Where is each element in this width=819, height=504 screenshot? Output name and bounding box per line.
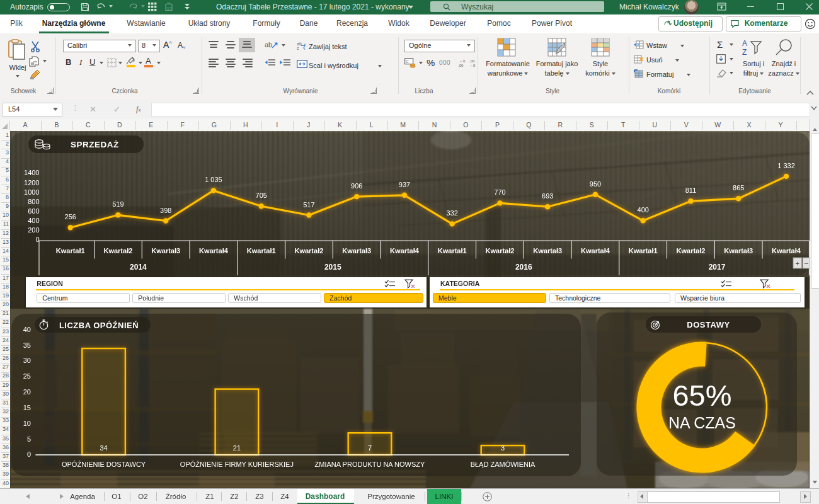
- svg-text:3: 3: [501, 444, 505, 452]
- svg-text:937: 937: [399, 181, 410, 188]
- svg-text:1400: 1400: [24, 169, 39, 176]
- svg-text:2014: 2014: [130, 263, 147, 272]
- svg-text:2016: 2016: [515, 263, 532, 272]
- svg-text:20: 20: [23, 388, 31, 396]
- svg-text:35: 35: [23, 341, 31, 349]
- svg-text:865: 865: [733, 184, 744, 192]
- svg-text:256: 256: [65, 213, 76, 220]
- svg-text:OPÓŹNIENIE DOSTAWCY: OPÓŹNIENIE DOSTAWCY: [62, 461, 146, 468]
- svg-text:ab: ab: [297, 42, 302, 46]
- svg-text:398: 398: [160, 207, 171, 214]
- svg-text:1 035: 1 035: [205, 176, 222, 183]
- svg-text:400: 400: [28, 217, 39, 224]
- svg-text:Kwartał4: Kwartał4: [199, 247, 229, 255]
- svg-text:+: +: [795, 260, 799, 267]
- svg-text:950: 950: [590, 180, 601, 188]
- svg-text:Kwartał2: Kwartał2: [486, 247, 515, 255]
- svg-text:Kwartał3: Kwartał3: [342, 247, 371, 255]
- svg-text:Kwartał4: Kwartał4: [772, 247, 801, 255]
- svg-text:906: 906: [351, 182, 362, 190]
- svg-text:2017: 2017: [709, 263, 726, 272]
- svg-text:34: 34: [100, 444, 107, 452]
- svg-text:705: 705: [256, 192, 267, 199]
- svg-text:600: 600: [28, 207, 39, 215]
- svg-text:40: 40: [23, 326, 31, 333]
- svg-text:←0: ←0: [459, 59, 466, 63]
- svg-text:Kwartał1: Kwartał1: [247, 247, 276, 255]
- svg-text:519: 519: [112, 200, 123, 208]
- svg-text:Kwartał1: Kwartał1: [629, 247, 658, 255]
- svg-text:811: 811: [685, 186, 697, 194]
- svg-text:Kwartał1: Kwartał1: [56, 247, 85, 255]
- svg-text:1200: 1200: [24, 179, 39, 186]
- svg-text:1000: 1000: [24, 188, 39, 196]
- svg-text:Kwartał4: Kwartał4: [390, 247, 420, 255]
- svg-text:1 332: 1 332: [777, 162, 795, 169]
- svg-text:10: 10: [23, 420, 31, 427]
- svg-text:517: 517: [303, 201, 314, 209]
- svg-text:,00: ,00: [469, 59, 475, 63]
- svg-text:693: 693: [542, 192, 553, 200]
- svg-text:800: 800: [28, 198, 39, 205]
- svg-text:c: c: [297, 46, 299, 50]
- svg-text:65%: 65%: [672, 379, 731, 412]
- svg-text:Kwartał3: Kwartał3: [533, 247, 562, 255]
- svg-text:Kwartał2: Kwartał2: [677, 247, 706, 255]
- svg-text:–: –: [805, 259, 809, 266]
- svg-text:C: C: [406, 59, 409, 64]
- svg-text:5: 5: [27, 435, 31, 443]
- svg-text:BŁĄD ZAMÓWIENIA: BŁĄD ZAMÓWIENIA: [471, 461, 536, 468]
- svg-text:15: 15: [23, 404, 31, 411]
- svg-text:OPÓŹNIENIE FIRMY KURIERSKIEJ: OPÓŹNIENIE FIRMY KURIERSKIEJ: [180, 461, 294, 468]
- svg-text:Kwartał2: Kwartał2: [103, 247, 132, 255]
- svg-text:Z: Z: [742, 48, 747, 57]
- svg-text:→0: →0: [469, 64, 476, 67]
- svg-text:200: 200: [28, 226, 39, 234]
- svg-text:Kwartał3: Kwartał3: [724, 247, 753, 255]
- svg-text:21: 21: [233, 444, 241, 452]
- svg-text:7: 7: [368, 444, 372, 452]
- svg-text:Kwartał3: Kwartał3: [151, 247, 180, 255]
- svg-text:770: 770: [494, 188, 505, 196]
- svg-text:400: 400: [638, 206, 649, 214]
- svg-text:0: 0: [27, 450, 31, 458]
- svg-text:,00: ,00: [458, 64, 464, 67]
- svg-text:A: A: [742, 39, 747, 48]
- svg-text:NA CZAS: NA CZAS: [668, 414, 736, 432]
- svg-text:2015: 2015: [324, 263, 341, 272]
- svg-text:30: 30: [23, 357, 31, 364]
- svg-text:ZMIANA PRODUKTU NA NOWSZY: ZMIANA PRODUKTU NA NOWSZY: [315, 461, 425, 468]
- svg-text:123: 123: [166, 6, 172, 10]
- svg-text:Kwartał4: Kwartał4: [581, 247, 610, 255]
- svg-text:25: 25: [23, 372, 31, 380]
- svg-text:Kwartał2: Kwartał2: [294, 247, 323, 255]
- svg-text:332: 332: [447, 209, 458, 217]
- svg-text:Kwartał1: Kwartał1: [438, 247, 467, 255]
- svg-text:ab: ab: [265, 41, 272, 49]
